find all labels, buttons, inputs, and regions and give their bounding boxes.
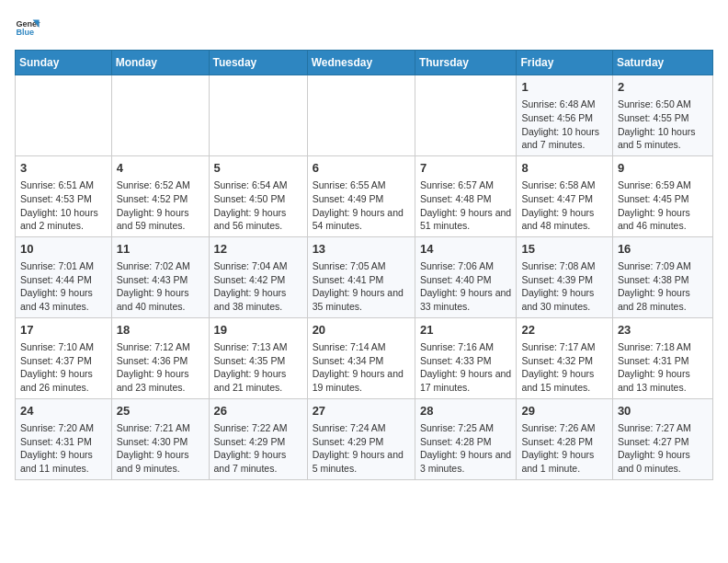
calendar-cell: 6Sunrise: 6:55 AMSunset: 4:49 PMDaylight… (307, 155, 415, 236)
day-number: 18 (117, 322, 204, 339)
day-number: 8 (521, 160, 607, 177)
calendar-cell: 10Sunrise: 7:01 AMSunset: 4:44 PMDayligh… (16, 236, 112, 317)
day-info: Sunrise: 7:17 AMSunset: 4:32 PMDaylight:… (521, 340, 607, 395)
day-info: Sunrise: 7:25 AMSunset: 4:28 PMDaylight:… (420, 421, 512, 476)
week-row-4: 17Sunrise: 7:10 AMSunset: 4:37 PMDayligh… (16, 317, 713, 398)
day-number: 17 (20, 322, 107, 339)
day-info: Sunrise: 6:54 AMSunset: 4:50 PMDaylight:… (214, 178, 302, 233)
logo: General Blue (15, 15, 40, 40)
day-info: Sunrise: 7:21 AMSunset: 4:30 PMDaylight:… (117, 421, 204, 476)
calendar-cell: 23Sunrise: 7:18 AMSunset: 4:31 PMDayligh… (612, 317, 712, 398)
calendar-cell: 11Sunrise: 7:02 AMSunset: 4:43 PMDayligh… (111, 236, 209, 317)
day-info: Sunrise: 6:55 AMSunset: 4:49 PMDaylight:… (313, 178, 410, 233)
calendar-cell: 26Sunrise: 7:22 AMSunset: 4:29 PMDayligh… (209, 398, 307, 479)
calendar-cell: 3Sunrise: 6:51 AMSunset: 4:53 PMDaylight… (16, 155, 112, 236)
day-info: Sunrise: 7:13 AMSunset: 4:35 PMDaylight:… (214, 340, 302, 395)
calendar-cell (209, 75, 307, 156)
calendar-cell (307, 75, 415, 156)
calendar-cell: 21Sunrise: 7:16 AMSunset: 4:33 PMDayligh… (415, 317, 517, 398)
day-info: Sunrise: 7:18 AMSunset: 4:31 PMDaylight:… (618, 340, 708, 395)
day-number: 19 (214, 322, 302, 339)
day-info: Sunrise: 7:22 AMSunset: 4:29 PMDaylight:… (214, 421, 302, 476)
column-header-saturday: Saturday (612, 51, 712, 75)
calendar-cell: 2Sunrise: 6:50 AMSunset: 4:55 PMDaylight… (612, 75, 712, 156)
day-number: 14 (420, 241, 512, 258)
calendar-cell: 29Sunrise: 7:26 AMSunset: 4:28 PMDayligh… (517, 398, 612, 479)
day-number: 26 (214, 403, 302, 419)
calendar-table: SundayMondayTuesdayWednesdayThursdayFrid… (15, 50, 713, 480)
calendar-cell: 19Sunrise: 7:13 AMSunset: 4:35 PMDayligh… (209, 317, 307, 398)
day-number: 3 (20, 160, 107, 177)
day-number: 2 (618, 79, 708, 96)
logo-icon: General Blue (15, 15, 40, 40)
calendar-cell: 5Sunrise: 6:54 AMSunset: 4:50 PMDaylight… (209, 155, 307, 236)
calendar-cell: 18Sunrise: 7:12 AMSunset: 4:36 PMDayligh… (111, 317, 209, 398)
calendar-cell: 7Sunrise: 6:57 AMSunset: 4:48 PMDaylight… (415, 155, 517, 236)
day-number: 23 (618, 322, 708, 339)
day-number: 9 (618, 160, 708, 177)
week-row-5: 24Sunrise: 7:20 AMSunset: 4:31 PMDayligh… (16, 398, 713, 479)
day-number: 5 (214, 160, 302, 177)
day-number: 29 (521, 403, 607, 419)
column-header-sunday: Sunday (16, 51, 112, 75)
svg-text:Blue: Blue (16, 28, 34, 37)
day-info: Sunrise: 6:58 AMSunset: 4:47 PMDaylight:… (521, 178, 607, 233)
calendar-body: 1Sunrise: 6:48 AMSunset: 4:56 PMDaylight… (16, 75, 713, 480)
day-number: 25 (117, 403, 204, 419)
calendar-cell: 9Sunrise: 6:59 AMSunset: 4:45 PMDaylight… (612, 155, 712, 236)
day-info: Sunrise: 7:01 AMSunset: 4:44 PMDaylight:… (20, 259, 107, 314)
day-info: Sunrise: 6:48 AMSunset: 4:56 PMDaylight:… (521, 98, 607, 152)
day-info: Sunrise: 7:08 AMSunset: 4:39 PMDaylight:… (521, 259, 607, 314)
day-info: Sunrise: 6:52 AMSunset: 4:52 PMDaylight:… (117, 178, 204, 233)
column-header-friday: Friday (517, 51, 612, 75)
day-number: 21 (420, 322, 512, 339)
day-number: 4 (117, 160, 204, 177)
day-number: 27 (313, 403, 410, 419)
day-number: 30 (618, 403, 708, 419)
calendar-cell: 14Sunrise: 7:06 AMSunset: 4:40 PMDayligh… (415, 236, 517, 317)
calendar-cell: 17Sunrise: 7:10 AMSunset: 4:37 PMDayligh… (16, 317, 112, 398)
calendar-cell: 12Sunrise: 7:04 AMSunset: 4:42 PMDayligh… (209, 236, 307, 317)
day-number: 1 (521, 79, 607, 96)
day-number: 28 (420, 403, 512, 419)
day-info: Sunrise: 7:09 AMSunset: 4:38 PMDaylight:… (618, 259, 708, 314)
day-info: Sunrise: 7:26 AMSunset: 4:28 PMDaylight:… (521, 421, 607, 476)
day-info: Sunrise: 7:14 AMSunset: 4:34 PMDaylight:… (313, 340, 410, 395)
day-info: Sunrise: 7:10 AMSunset: 4:37 PMDaylight:… (20, 340, 107, 395)
calendar-cell: 30Sunrise: 7:27 AMSunset: 4:27 PMDayligh… (612, 398, 712, 479)
day-number: 15 (521, 241, 607, 258)
day-info: Sunrise: 7:05 AMSunset: 4:41 PMDaylight:… (313, 259, 410, 314)
day-number: 12 (214, 241, 302, 258)
day-number: 7 (420, 160, 512, 177)
day-info: Sunrise: 7:04 AMSunset: 4:42 PMDaylight:… (214, 259, 302, 314)
day-info: Sunrise: 7:20 AMSunset: 4:31 PMDaylight:… (20, 421, 107, 476)
day-number: 20 (313, 322, 410, 339)
day-info: Sunrise: 6:57 AMSunset: 4:48 PMDaylight:… (420, 178, 512, 233)
calendar-cell: 25Sunrise: 7:21 AMSunset: 4:30 PMDayligh… (111, 398, 209, 479)
calendar-cell: 28Sunrise: 7:25 AMSunset: 4:28 PMDayligh… (415, 398, 517, 479)
day-number: 13 (313, 241, 410, 258)
calendar-cell (16, 75, 112, 156)
calendar-cell (415, 75, 517, 156)
day-info: Sunrise: 6:59 AMSunset: 4:45 PMDaylight:… (618, 178, 708, 233)
calendar-header: SundayMondayTuesdayWednesdayThursdayFrid… (16, 51, 713, 75)
day-info: Sunrise: 6:51 AMSunset: 4:53 PMDaylight:… (20, 178, 107, 233)
day-number: 22 (521, 322, 607, 339)
day-info: Sunrise: 7:27 AMSunset: 4:27 PMDaylight:… (618, 421, 708, 476)
calendar-cell (111, 75, 209, 156)
calendar-cell: 13Sunrise: 7:05 AMSunset: 4:41 PMDayligh… (307, 236, 415, 317)
day-info: Sunrise: 7:24 AMSunset: 4:29 PMDaylight:… (313, 421, 410, 476)
page-header: General Blue (15, 15, 713, 40)
calendar-cell: 8Sunrise: 6:58 AMSunset: 4:47 PMDaylight… (517, 155, 612, 236)
day-number: 24 (20, 403, 107, 419)
day-info: Sunrise: 7:02 AMSunset: 4:43 PMDaylight:… (117, 259, 204, 314)
week-row-2: 3Sunrise: 6:51 AMSunset: 4:53 PMDaylight… (16, 155, 713, 236)
column-header-thursday: Thursday (415, 51, 517, 75)
day-number: 6 (313, 160, 410, 177)
column-header-monday: Monday (111, 51, 209, 75)
day-number: 16 (618, 241, 708, 258)
calendar-cell: 22Sunrise: 7:17 AMSunset: 4:32 PMDayligh… (517, 317, 612, 398)
calendar-cell: 15Sunrise: 7:08 AMSunset: 4:39 PMDayligh… (517, 236, 612, 317)
week-row-1: 1Sunrise: 6:48 AMSunset: 4:56 PMDaylight… (16, 75, 713, 156)
day-info: Sunrise: 7:06 AMSunset: 4:40 PMDaylight:… (420, 259, 512, 314)
